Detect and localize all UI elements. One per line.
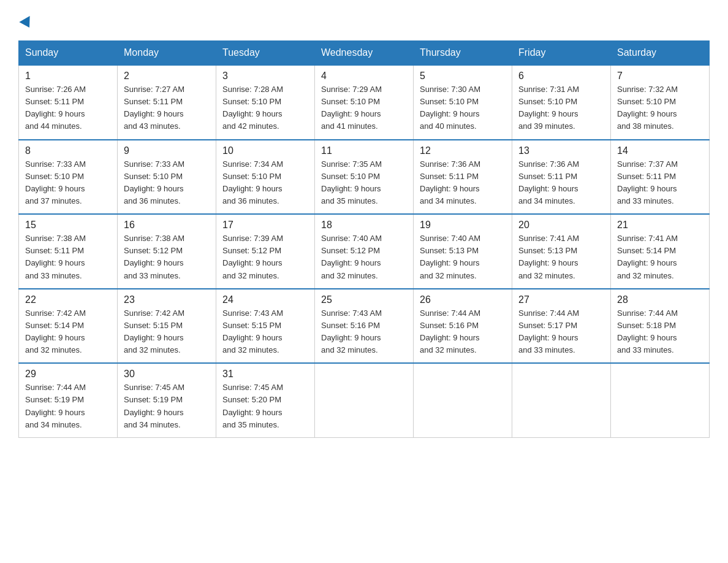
day-info: Sunrise: 7:43 AMSunset: 5:16 PMDaylight:… (321, 307, 407, 357)
calendar-week-row: 1 Sunrise: 7:26 AMSunset: 5:11 PMDayligh… (19, 65, 710, 140)
day-info: Sunrise: 7:42 AMSunset: 5:14 PMDaylight:… (25, 307, 111, 357)
day-info: Sunrise: 7:43 AMSunset: 5:15 PMDaylight:… (222, 307, 308, 357)
calendar-week-row: 15 Sunrise: 7:38 AMSunset: 5:11 PMDaylig… (19, 214, 710, 289)
day-number: 22 (25, 294, 111, 305)
day-number: 11 (321, 145, 407, 156)
day-info: Sunrise: 7:27 AMSunset: 5:11 PMDaylight:… (124, 83, 210, 133)
calendar-cell: 21 Sunrise: 7:41 AMSunset: 5:14 PMDaylig… (611, 214, 710, 289)
day-info: Sunrise: 7:41 AMSunset: 5:13 PMDaylight:… (518, 232, 604, 282)
calendar-cell: 26 Sunrise: 7:44 AMSunset: 5:16 PMDaylig… (414, 289, 512, 364)
day-info: Sunrise: 7:45 AMSunset: 5:20 PMDaylight:… (222, 381, 308, 431)
calendar-cell: 29 Sunrise: 7:44 AMSunset: 5:19 PMDaylig… (19, 363, 118, 437)
calendar-cell: 20 Sunrise: 7:41 AMSunset: 5:13 PMDaylig… (512, 214, 611, 289)
calendar-cell: 31 Sunrise: 7:45 AMSunset: 5:20 PMDaylig… (216, 363, 315, 437)
calendar-cell: 14 Sunrise: 7:37 AMSunset: 5:11 PMDaylig… (611, 140, 710, 215)
day-number: 19 (420, 220, 506, 231)
calendar-cell: 13 Sunrise: 7:36 AMSunset: 5:11 PMDaylig… (512, 140, 611, 215)
column-header-wednesday: Wednesday (315, 41, 414, 66)
day-info: Sunrise: 7:44 AMSunset: 5:16 PMDaylight:… (420, 307, 506, 357)
day-info: Sunrise: 7:33 AMSunset: 5:10 PMDaylight:… (25, 158, 111, 208)
page-header (18, 18, 710, 28)
calendar-cell: 3 Sunrise: 7:28 AMSunset: 5:10 PMDayligh… (216, 65, 315, 140)
day-number: 6 (518, 71, 604, 82)
day-info: Sunrise: 7:40 AMSunset: 5:13 PMDaylight:… (420, 232, 506, 282)
calendar-cell: 1 Sunrise: 7:26 AMSunset: 5:11 PMDayligh… (19, 65, 118, 140)
calendar-cell: 27 Sunrise: 7:44 AMSunset: 5:17 PMDaylig… (512, 289, 611, 364)
calendar-cell: 2 Sunrise: 7:27 AMSunset: 5:11 PMDayligh… (118, 65, 216, 140)
calendar-cell: 23 Sunrise: 7:42 AMSunset: 5:15 PMDaylig… (118, 289, 216, 364)
column-header-thursday: Thursday (414, 41, 512, 66)
calendar-cell: 17 Sunrise: 7:39 AMSunset: 5:12 PMDaylig… (216, 214, 315, 289)
day-info: Sunrise: 7:44 AMSunset: 5:17 PMDaylight:… (518, 307, 604, 357)
day-info: Sunrise: 7:41 AMSunset: 5:14 PMDaylight:… (617, 232, 703, 282)
calendar-cell: 9 Sunrise: 7:33 AMSunset: 5:10 PMDayligh… (118, 140, 216, 215)
day-number: 10 (222, 145, 308, 156)
calendar-cell: 16 Sunrise: 7:38 AMSunset: 5:12 PMDaylig… (118, 214, 216, 289)
calendar-cell: 19 Sunrise: 7:40 AMSunset: 5:13 PMDaylig… (414, 214, 512, 289)
day-number: 25 (321, 294, 407, 305)
day-info: Sunrise: 7:40 AMSunset: 5:12 PMDaylight:… (321, 232, 407, 282)
day-info: Sunrise: 7:44 AMSunset: 5:18 PMDaylight:… (617, 307, 703, 357)
day-number: 21 (617, 220, 703, 231)
day-info: Sunrise: 7:34 AMSunset: 5:10 PMDaylight:… (222, 158, 308, 208)
day-info: Sunrise: 7:42 AMSunset: 5:15 PMDaylight:… (124, 307, 210, 357)
calendar-table: SundayMondayTuesdayWednesdayThursdayFrid… (18, 40, 710, 438)
day-number: 1 (25, 71, 111, 82)
column-header-friday: Friday (512, 41, 611, 66)
day-number: 14 (617, 145, 703, 156)
day-number: 24 (222, 294, 308, 305)
calendar-cell: 8 Sunrise: 7:33 AMSunset: 5:10 PMDayligh… (19, 140, 118, 215)
day-info: Sunrise: 7:44 AMSunset: 5:19 PMDaylight:… (25, 381, 111, 431)
logo-triangle-icon (19, 16, 34, 31)
day-info: Sunrise: 7:38 AMSunset: 5:12 PMDaylight:… (124, 232, 210, 282)
day-number: 4 (321, 71, 407, 82)
calendar-cell: 12 Sunrise: 7:36 AMSunset: 5:11 PMDaylig… (414, 140, 512, 215)
day-number: 30 (124, 369, 210, 380)
calendar-week-row: 8 Sunrise: 7:33 AMSunset: 5:10 PMDayligh… (19, 140, 710, 215)
day-info: Sunrise: 7:36 AMSunset: 5:11 PMDaylight:… (420, 158, 506, 208)
day-number: 12 (420, 145, 506, 156)
calendar-cell: 6 Sunrise: 7:31 AMSunset: 5:10 PMDayligh… (512, 65, 611, 140)
day-number: 23 (124, 294, 210, 305)
day-info: Sunrise: 7:45 AMSunset: 5:19 PMDaylight:… (124, 381, 210, 431)
calendar-cell: 11 Sunrise: 7:35 AMSunset: 5:10 PMDaylig… (315, 140, 414, 215)
calendar-cell: 5 Sunrise: 7:30 AMSunset: 5:10 PMDayligh… (414, 65, 512, 140)
day-number: 3 (222, 71, 308, 82)
day-number: 29 (25, 369, 111, 380)
calendar-cell: 25 Sunrise: 7:43 AMSunset: 5:16 PMDaylig… (315, 289, 414, 364)
column-header-sunday: Sunday (19, 41, 118, 66)
day-number: 13 (518, 145, 604, 156)
day-number: 17 (222, 220, 308, 231)
day-info: Sunrise: 7:31 AMSunset: 5:10 PMDaylight:… (518, 83, 604, 133)
day-number: 26 (420, 294, 506, 305)
day-info: Sunrise: 7:39 AMSunset: 5:12 PMDaylight:… (222, 232, 308, 282)
day-number: 31 (222, 369, 308, 380)
day-number: 5 (420, 71, 506, 82)
calendar-cell (315, 363, 414, 437)
day-number: 16 (124, 220, 210, 231)
day-number: 18 (321, 220, 407, 231)
calendar-cell: 7 Sunrise: 7:32 AMSunset: 5:10 PMDayligh… (611, 65, 710, 140)
calendar-header-row: SundayMondayTuesdayWednesdayThursdayFrid… (19, 41, 710, 66)
calendar-cell: 30 Sunrise: 7:45 AMSunset: 5:19 PMDaylig… (118, 363, 216, 437)
day-info: Sunrise: 7:26 AMSunset: 5:11 PMDaylight:… (25, 83, 111, 133)
day-number: 20 (518, 220, 604, 231)
calendar-cell: 28 Sunrise: 7:44 AMSunset: 5:18 PMDaylig… (611, 289, 710, 364)
calendar-week-row: 29 Sunrise: 7:44 AMSunset: 5:19 PMDaylig… (19, 363, 710, 437)
calendar-cell: 4 Sunrise: 7:29 AMSunset: 5:10 PMDayligh… (315, 65, 414, 140)
calendar-cell (414, 363, 512, 437)
calendar-week-row: 22 Sunrise: 7:42 AMSunset: 5:14 PMDaylig… (19, 289, 710, 364)
column-header-tuesday: Tuesday (216, 41, 315, 66)
calendar-cell (512, 363, 611, 437)
day-number: 9 (124, 145, 210, 156)
day-info: Sunrise: 7:29 AMSunset: 5:10 PMDaylight:… (321, 83, 407, 133)
day-number: 7 (617, 71, 703, 82)
day-number: 8 (25, 145, 111, 156)
day-info: Sunrise: 7:28 AMSunset: 5:10 PMDaylight:… (222, 83, 308, 133)
logo-blue-text (18, 18, 33, 28)
day-info: Sunrise: 7:32 AMSunset: 5:10 PMDaylight:… (617, 83, 703, 133)
calendar-cell: 22 Sunrise: 7:42 AMSunset: 5:14 PMDaylig… (19, 289, 118, 364)
day-info: Sunrise: 7:33 AMSunset: 5:10 PMDaylight:… (124, 158, 210, 208)
day-number: 27 (518, 294, 604, 305)
day-info: Sunrise: 7:36 AMSunset: 5:11 PMDaylight:… (518, 158, 604, 208)
